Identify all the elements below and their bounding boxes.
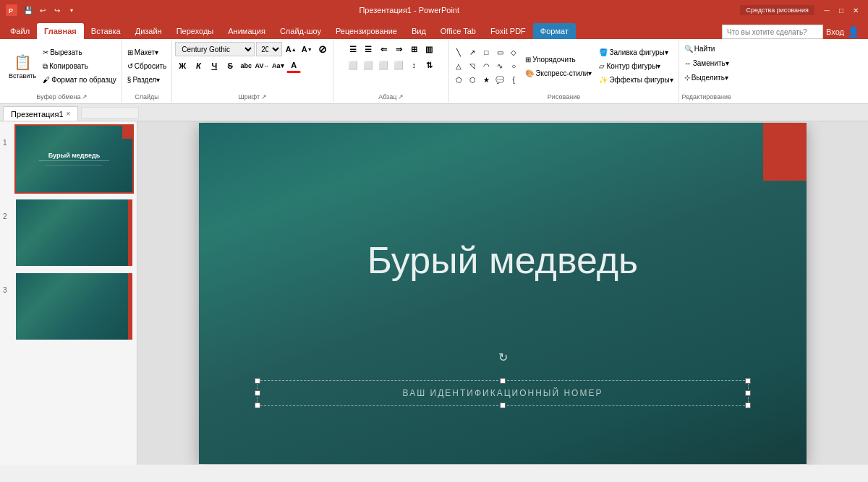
align-center-btn[interactable]: ⬜ [361, 58, 375, 72]
tab-transitions[interactable]: Переходы [169, 23, 221, 39]
font-case-btn[interactable]: Aa▾ [271, 59, 285, 73]
arrange-btn[interactable]: ⊞ Упорядочить [523, 53, 594, 66]
section-btn[interactable]: § Раздел▾ [125, 74, 169, 87]
save-qa-btn[interactable]: 💾 [22, 4, 35, 17]
numbered-list-btn[interactable]: ☰ [361, 42, 375, 56]
paragraph-expand-icon[interactable]: ↗ [398, 93, 404, 100]
columns-btn[interactable]: ⊞ [407, 42, 421, 56]
line-spacing-btn[interactable]: ↕ [407, 58, 421, 72]
format-painter-btn[interactable]: 🖌 Формат по образцу [41, 74, 119, 87]
shape-curved[interactable]: ∿ [493, 60, 506, 73]
canvas-slide-title[interactable]: Бурый медведь [199, 238, 807, 282]
tab-home[interactable]: Главная [37, 23, 84, 39]
cut-btn[interactable]: ✂ Вырезать [41, 46, 119, 59]
replace-btn[interactable]: ↔ Заменить▾ [682, 56, 731, 69]
canvas-text-content[interactable]: ВАШ ИДЕНТИФИКАЦИОННЫЙ НОМЕР [403, 388, 603, 398]
help-search-input[interactable] [722, 25, 823, 39]
increase-indent-btn[interactable]: ⇒ [391, 42, 406, 56]
increase-font-btn[interactable]: A▲ [284, 42, 298, 56]
strikethrough-btn[interactable]: S [223, 59, 237, 73]
char-space-btn[interactable]: AV↔ [255, 59, 269, 73]
tab-design[interactable]: Дизайн [128, 23, 169, 39]
window-minimize-btn[interactable]: ─ [820, 4, 833, 17]
quick-access-toolbar[interactable]: 💾 ↩ ↪ ▾ [22, 4, 78, 17]
customize-qa-btn[interactable]: ▾ [65, 4, 78, 17]
underline-btn[interactable]: Ч [207, 59, 221, 73]
decrease-indent-btn[interactable]: ⇐ [376, 42, 391, 56]
shape-hexagon[interactable]: ⬡ [466, 74, 479, 87]
align-right-btn[interactable]: ⬜ [376, 58, 391, 72]
window-maximize-btn[interactable]: □ [835, 4, 848, 17]
font-name-select[interactable]: Century Gothic [175, 42, 255, 56]
reset-slide-btn[interactable]: ↺ Сбросить [125, 60, 169, 73]
slide-preview-2[interactable] [14, 198, 134, 267]
paste-btn[interactable]: 📋 Вставить [6, 45, 39, 88]
shape-rect[interactable]: □ [480, 46, 493, 59]
clear-format-btn[interactable]: ⊘ [315, 42, 330, 56]
shape-diamond[interactable]: ◇ [507, 46, 520, 59]
align-left-btn[interactable]: ⬜ [346, 58, 360, 72]
tab-file[interactable]: Файл [3, 23, 37, 39]
shape-callout[interactable]: 💬 [493, 74, 506, 87]
select-btn[interactable]: ⊹ Выделить▾ [682, 71, 731, 84]
tab-format[interactable]: Формат [533, 23, 576, 39]
shape-fill-btn[interactable]: 🪣 Заливка фигуры▾ [597, 46, 675, 59]
bold-btn[interactable]: Ж [175, 59, 190, 73]
slide-preview-1[interactable]: Бурый медведь ————————————— [14, 124, 134, 194]
doc-tab-presentation1[interactable]: Презентация1 × [3, 106, 78, 121]
resize-handle-bl[interactable] [255, 403, 260, 408]
shape-outline-btn[interactable]: ▱ Контур фигуры▾ [597, 60, 675, 73]
decrease-font-btn[interactable]: A▼ [299, 42, 314, 56]
doc-tab-close-btn[interactable]: × [67, 110, 71, 118]
tab-officetab[interactable]: Office Tab [433, 23, 483, 39]
shape-line[interactable]: ╲ [452, 46, 465, 59]
slide-thumb-2[interactable]: 2 [3, 198, 134, 267]
undo-qa-btn[interactable]: ↩ [36, 4, 49, 17]
tab-slideshow[interactable]: Слайд-шоу [273, 23, 328, 39]
slide-thumb-1[interactable]: 1 Бурый медведь ————————————— [3, 124, 134, 194]
resize-handle-bm[interactable] [500, 403, 506, 408]
resize-handle-tm[interactable] [500, 378, 506, 384]
shadow-btn[interactable]: abc [239, 59, 253, 73]
slide-canvas[interactable]: Бурый медведь ↻ ВАШ ИДЕНТИФИКАЦИОННЫЙ НО… [199, 123, 807, 464]
user-icon[interactable]: 👤 [847, 26, 859, 38]
tab-insert[interactable]: Вставка [84, 23, 128, 39]
login-btn[interactable]: Вход [826, 27, 844, 36]
slide-thumb-3[interactable]: 3 [3, 272, 134, 341]
italic-btn[interactable]: К [191, 59, 205, 73]
resize-handle-tr[interactable] [745, 378, 751, 384]
resize-handle-tl[interactable] [255, 378, 260, 384]
shape-pentagon[interactable]: ⬠ [452, 74, 465, 87]
font-color-btn[interactable]: A [286, 59, 301, 73]
text-direction-btn[interactable]: ⇅ [422, 58, 436, 72]
resize-handle-br[interactable] [745, 403, 751, 408]
tab-view[interactable]: Вид [404, 23, 433, 39]
window-close-btn[interactable]: ✕ [849, 4, 862, 17]
new-slide-btn[interactable]: ⊞ Макет▾ [125, 46, 169, 59]
tab-foxitpdf[interactable]: Foxit PDF [483, 23, 533, 39]
shape-freeform[interactable]: { [507, 74, 520, 87]
shape-rtriangle[interactable]: ◹ [466, 60, 479, 73]
tab-animation[interactable]: Анимация [221, 23, 273, 39]
shape-arrow[interactable]: ↗ [466, 46, 479, 59]
tab-review[interactable]: Рецензирование [328, 23, 404, 39]
express-styles-btn[interactable]: 🎨 Экспресс-стили▾ [523, 66, 594, 79]
bullet-list-btn[interactable]: ☰ [346, 42, 360, 56]
rotate-handle[interactable]: ↻ [498, 350, 508, 364]
resize-handle-mr[interactable] [745, 390, 751, 396]
find-btn[interactable]: 🔍 Найти [682, 42, 718, 55]
shape-triangle[interactable]: △ [452, 60, 465, 73]
smart-art-btn[interactable]: ▥ [422, 42, 436, 56]
resize-handle-ml[interactable] [255, 390, 260, 396]
font-size-select[interactable]: 20 [256, 42, 282, 56]
shape-rounded-rect[interactable]: ▭ [493, 46, 506, 59]
font-expand-icon[interactable]: ↗ [261, 93, 267, 100]
slide-preview-3[interactable] [14, 272, 134, 341]
shape-star[interactable]: ★ [480, 74, 493, 87]
redo-qa-btn[interactable]: ↪ [51, 4, 64, 17]
copy-btn[interactable]: ⧉ Копировать [41, 60, 119, 73]
justify-btn[interactable]: ⬜ [391, 58, 406, 72]
shape-effects-btn[interactable]: ✨ Эффекты фигуры▾ [597, 74, 675, 87]
shape-arc[interactable]: ◠ [480, 60, 493, 73]
clipboard-expand-icon[interactable]: ↗ [82, 93, 88, 100]
